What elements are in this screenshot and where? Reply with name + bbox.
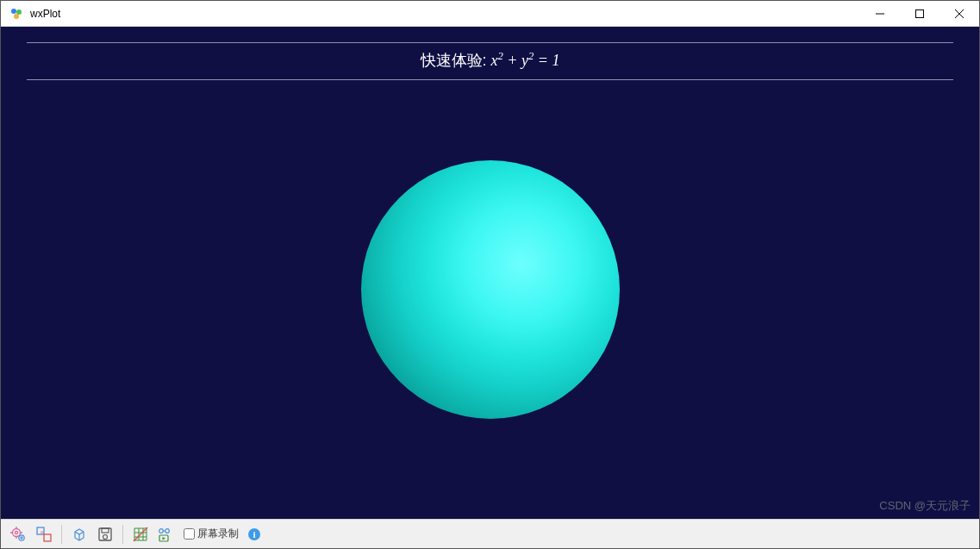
sphere-surface xyxy=(361,160,620,419)
svg-point-13 xyxy=(19,534,24,540)
svg-point-2 xyxy=(14,14,19,19)
titlebar: wxPlot xyxy=(1,1,979,27)
save-button[interactable] xyxy=(93,522,117,546)
svg-line-31 xyxy=(134,527,147,541)
settings-button[interactable] xyxy=(6,522,30,546)
grid-icon xyxy=(132,526,149,543)
svg-point-14 xyxy=(21,536,22,538)
svg-point-7 xyxy=(13,528,21,536)
toolbar: 屏幕录制 i xyxy=(1,519,979,548)
bounding-box-button[interactable] xyxy=(67,522,91,546)
toolbar-separator xyxy=(61,525,62,544)
svg-rect-17 xyxy=(41,531,44,534)
view-layout-button[interactable] xyxy=(32,522,56,546)
svg-point-32 xyxy=(159,528,164,533)
svg-point-0 xyxy=(11,9,16,14)
svg-point-1 xyxy=(16,9,22,15)
layout-icon xyxy=(35,526,53,543)
plot-surface-holder xyxy=(1,27,979,519)
animate-button[interactable] xyxy=(154,522,178,546)
gear-icon xyxy=(9,526,27,543)
cube-icon xyxy=(71,526,88,543)
svg-point-22 xyxy=(103,534,108,539)
info-icon: i xyxy=(247,527,261,541)
svg-text:i: i xyxy=(253,529,255,540)
save-icon xyxy=(97,526,114,543)
screen-record-checkbox[interactable] xyxy=(184,528,195,540)
screen-record-label: 屏幕录制 xyxy=(197,527,239,541)
animate-icon xyxy=(157,526,176,543)
minimize-button[interactable] xyxy=(860,1,900,27)
svg-rect-4 xyxy=(916,9,924,17)
svg-marker-35 xyxy=(163,537,166,540)
svg-rect-16 xyxy=(44,534,51,541)
toolbar-separator xyxy=(122,525,123,544)
screen-record-checkbox-wrap[interactable]: 屏幕录制 xyxy=(184,527,239,541)
window-title: wxPlot xyxy=(30,8,60,20)
app-icon xyxy=(9,7,23,21)
info-button[interactable]: i xyxy=(247,527,261,541)
svg-point-33 xyxy=(165,528,170,533)
svg-point-8 xyxy=(15,531,17,533)
application-window: wxPlot 快速体验: x2 + y2 = 1 CSDN @天元浪子 xyxy=(0,0,980,549)
plot-canvas[interactable]: 快速体验: x2 + y2 = 1 CSDN @天元浪子 xyxy=(1,27,979,519)
grid-button[interactable] xyxy=(128,522,153,546)
svg-rect-21 xyxy=(102,528,109,533)
close-button[interactable] xyxy=(939,1,979,27)
maximize-button[interactable] xyxy=(900,1,939,27)
